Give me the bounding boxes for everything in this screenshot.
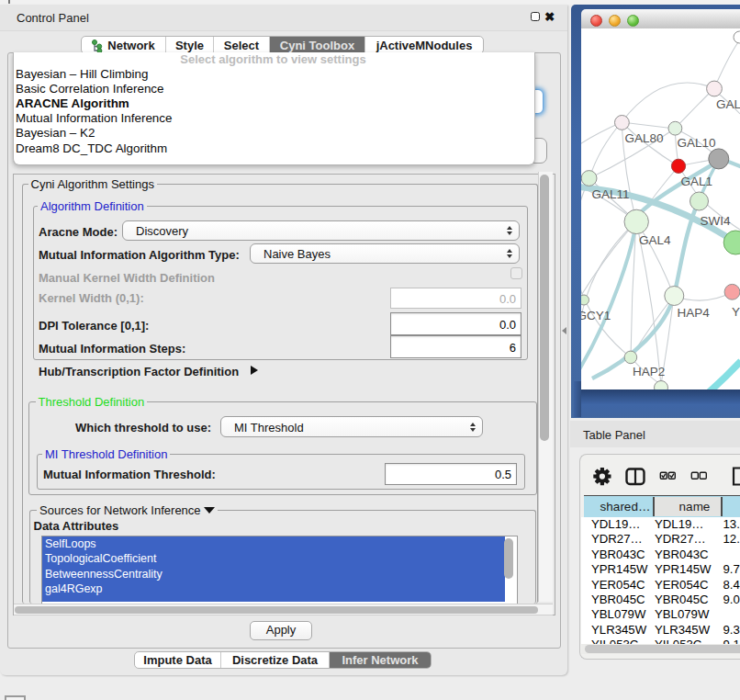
svg-text:GAL1: GAL1: [681, 175, 713, 188]
svg-text:Y: Y: [732, 305, 740, 319]
svg-text:SWI4: SWI4: [701, 214, 731, 228]
svg-text:GAL: GAL: [716, 97, 740, 111]
svg-text:HAP2: HAP2: [633, 365, 665, 378]
svg-text:GAL80: GAL80: [625, 131, 664, 145]
svg-text:HAP4: HAP4: [678, 306, 711, 320]
svg-text:GAL11: GAL11: [592, 187, 630, 201]
svg-text:GCY1: GCY1: [581, 309, 611, 322]
svg-text:GAL4: GAL4: [639, 233, 671, 247]
svg-text:GAL10: GAL10: [678, 136, 716, 150]
